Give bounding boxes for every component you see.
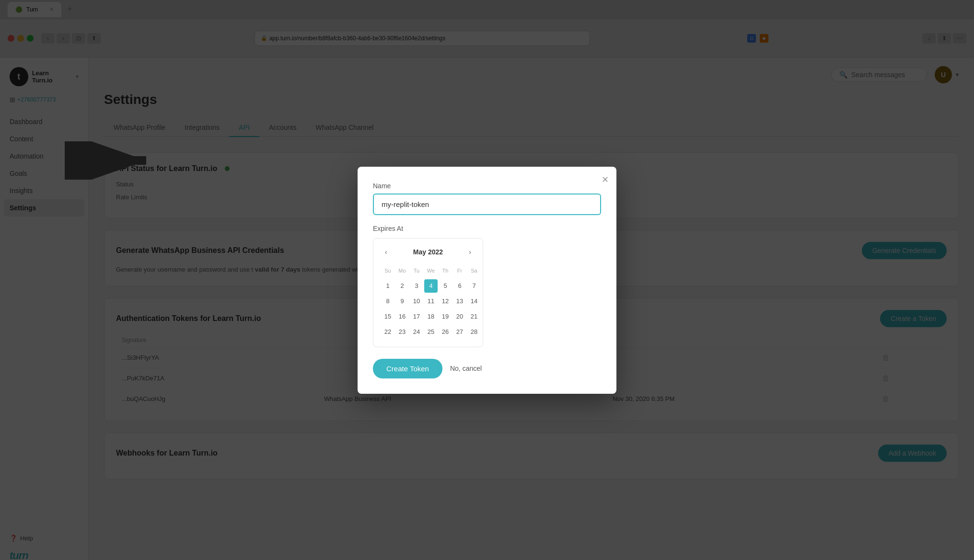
create-token-modal: ✕ Name Expires At ‹ May 2022 › Su Mo Tu … <box>358 167 616 394</box>
day-header-fr: Fr <box>453 264 466 277</box>
cancel-modal-button[interactable]: No, cancel <box>450 365 482 372</box>
cal-day-3[interactable]: 3 <box>410 279 423 293</box>
calendar-header: ‹ May 2022 › <box>381 246 475 258</box>
cal-month-label: May 2022 <box>413 248 443 256</box>
day-header-th: Th <box>439 264 452 277</box>
day-header-mo: Mo <box>395 264 409 277</box>
cal-day-8[interactable]: 8 <box>381 295 394 308</box>
cal-day-13[interactable]: 13 <box>453 295 466 308</box>
cal-day-20[interactable]: 20 <box>453 310 466 323</box>
cal-day-21[interactable]: 21 <box>467 310 481 323</box>
create-token-submit-button[interactable]: Create Token <box>373 359 442 378</box>
name-label: Name <box>373 182 601 190</box>
cal-prev-button[interactable]: ‹ <box>381 246 391 258</box>
cal-day-5[interactable]: 5 <box>439 279 452 293</box>
cal-day-7[interactable]: 7 <box>467 279 481 293</box>
cal-day-16[interactable]: 16 <box>395 310 409 323</box>
cal-day-6[interactable]: 6 <box>453 279 466 293</box>
cal-day-4[interactable]: 4 <box>424 279 438 293</box>
expires-label: Expires At <box>373 225 601 232</box>
cal-day-27[interactable]: 27 <box>453 325 466 339</box>
arrow-svg <box>65 141 161 180</box>
cal-day-17[interactable]: 17 <box>410 310 423 323</box>
cal-day-18[interactable]: 18 <box>424 310 438 323</box>
cal-day-14[interactable]: 14 <box>467 295 481 308</box>
cal-day-24[interactable]: 24 <box>410 325 423 339</box>
cal-day-25[interactable]: 25 <box>424 325 438 339</box>
day-header-sa: Sa <box>467 264 481 277</box>
day-header-su: Su <box>381 264 394 277</box>
cal-day-19[interactable]: 19 <box>439 310 452 323</box>
cal-day-9[interactable]: 9 <box>395 295 409 308</box>
day-header-tu: Tu <box>410 264 423 277</box>
modal-actions: Create Token No, cancel <box>373 359 601 378</box>
cal-next-button[interactable]: › <box>465 246 475 258</box>
cal-day-10[interactable]: 10 <box>410 295 423 308</box>
arrow-container <box>65 141 161 182</box>
modal-overlay: ✕ Name Expires At ‹ May 2022 › Su Mo Tu … <box>0 0 974 560</box>
cal-day-23[interactable]: 23 <box>395 325 409 339</box>
token-name-input[interactable] <box>373 194 601 215</box>
cal-day-11[interactable]: 11 <box>424 295 438 308</box>
day-header-we: We <box>424 264 438 277</box>
calendar-grid: Su Mo Tu We Th Fr Sa 1 2 3 4 5 6 7 8 9 1… <box>381 263 475 339</box>
cal-day-1[interactable]: 1 <box>381 279 394 293</box>
modal-close-button[interactable]: ✕ <box>602 174 609 185</box>
cal-day-28[interactable]: 28 <box>467 325 481 339</box>
date-calendar: ‹ May 2022 › Su Mo Tu We Th Fr Sa 1 2 3 … <box>373 238 483 347</box>
cal-day-12[interactable]: 12 <box>439 295 452 308</box>
cal-day-22[interactable]: 22 <box>381 325 394 339</box>
cal-day-2[interactable]: 2 <box>395 279 409 293</box>
cal-day-15[interactable]: 15 <box>381 310 394 323</box>
cal-day-26[interactable]: 26 <box>439 325 452 339</box>
